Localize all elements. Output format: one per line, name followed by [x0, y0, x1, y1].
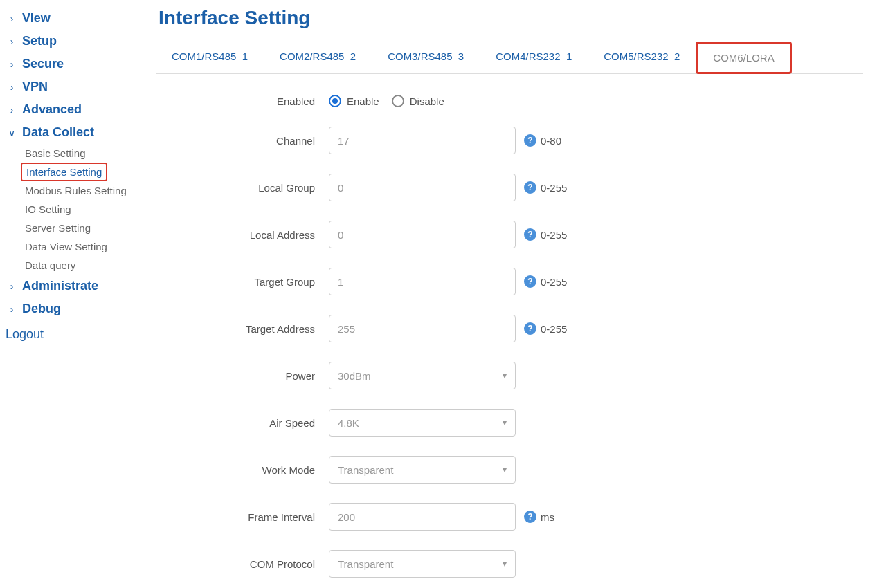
label-com-protocol: COM Protocol: [197, 558, 329, 570]
hint-target-address: 0-255: [541, 323, 567, 335]
input-local-address[interactable]: [329, 221, 516, 248]
label-target-address: Target Address: [197, 323, 329, 335]
nav-label: Debug: [22, 302, 61, 316]
help-icon[interactable]: ?: [524, 322, 536, 335]
select-value: Transparent: [338, 464, 393, 476]
tab-com1[interactable]: COM1/RS485_1: [156, 42, 264, 73]
subnav-io-setting[interactable]: IO Setting: [25, 200, 156, 219]
chevron-right-icon: ›: [6, 13, 18, 24]
interface-tabs: COM1/RS485_1 COM2/RS485_2 COM3/RS485_3 C…: [156, 42, 863, 74]
select-value: Transparent: [338, 558, 393, 570]
nav-label: Data Collect: [22, 125, 94, 140]
hint-target-group: 0-255: [541, 276, 567, 288]
subnav-interface-setting[interactable]: Interface Setting: [21, 163, 107, 181]
select-air-speed[interactable]: 4.8K▾: [329, 409, 516, 437]
label-channel: Channel: [197, 135, 329, 147]
chevron-right-icon: ›: [6, 59, 18, 70]
label-target-group: Target Group: [197, 276, 329, 288]
tab-com3[interactable]: COM3/RS485_3: [372, 42, 480, 73]
nav-label: Setup: [22, 34, 57, 48]
logout-link[interactable]: Logout: [6, 320, 156, 342]
nav-label: Secure: [22, 57, 64, 71]
hint-local-group: 0-255: [541, 182, 567, 194]
tab-com5[interactable]: COM5/RS232_2: [588, 42, 696, 73]
help-icon[interactable]: ?: [524, 511, 536, 523]
sidebar: ›View ›Setup ›Secure ›VPN ›Advanced ∨Dat…: [0, 0, 156, 588]
hint-local-address: 0-255: [541, 229, 567, 241]
help-icon[interactable]: ?: [524, 134, 536, 147]
input-frame-interval[interactable]: [329, 503, 516, 531]
nav-vpn[interactable]: ›VPN: [6, 75, 156, 98]
chevron-down-icon: ∨: [6, 127, 18, 138]
input-local-group[interactable]: [329, 174, 516, 201]
radio-icon: [392, 95, 404, 107]
subnav-server-setting[interactable]: Server Setting: [25, 219, 156, 237]
select-value: 30dBm: [338, 370, 371, 382]
label-work-mode: Work Mode: [197, 464, 329, 476]
nav-debug[interactable]: ›Debug: [6, 297, 156, 320]
label-air-speed: Air Speed: [197, 417, 329, 429]
label-local-group: Local Group: [197, 182, 329, 194]
radio-enable[interactable]: Enable: [329, 95, 379, 107]
nav-data-collect-children: Basic Setting Interface Setting Modbus R…: [6, 144, 156, 275]
chevron-right-icon: ›: [6, 304, 18, 315]
nav-secure[interactable]: ›Secure: [6, 53, 156, 75]
chevron-down-icon: ▾: [503, 465, 507, 475]
chevron-right-icon: ›: [6, 104, 18, 116]
chevron-down-icon: ▾: [503, 418, 507, 428]
subnav-modbus-rules-setting[interactable]: Modbus Rules Setting: [25, 181, 156, 200]
nav-label: Administrate: [22, 279, 98, 293]
select-power[interactable]: 30dBm▾: [329, 362, 516, 389]
radio-icon: [329, 95, 341, 107]
chevron-down-icon: ▾: [503, 371, 507, 380]
tab-com6[interactable]: COM6/LORA: [696, 42, 791, 74]
subnav-basic-setting[interactable]: Basic Setting: [25, 144, 156, 163]
chevron-right-icon: ›: [6, 281, 18, 292]
nav-view[interactable]: ›View: [6, 7, 156, 30]
label-local-address: Local Address: [197, 229, 329, 241]
subnav-data-view-setting[interactable]: Data View Setting: [25, 237, 156, 256]
nav-data-collect[interactable]: ∨Data Collect: [6, 121, 156, 144]
tab-com4[interactable]: COM4/RS232_1: [480, 42, 588, 73]
input-target-address[interactable]: [329, 315, 516, 342]
chevron-right-icon: ›: [6, 36, 18, 47]
hint-channel: 0-80: [541, 135, 561, 147]
page-title: Interface Setting: [156, 7, 863, 29]
radio-label: Enable: [347, 95, 379, 107]
help-icon[interactable]: ?: [524, 228, 536, 241]
nav-label: Advanced: [22, 102, 82, 117]
chevron-right-icon: ›: [6, 82, 18, 93]
hint-frame-interval: ms: [541, 511, 554, 523]
nav-advanced[interactable]: ›Advanced: [6, 98, 156, 121]
label-frame-interval: Frame Interval: [197, 511, 329, 523]
radio-label: Disable: [410, 95, 444, 107]
tab-com2[interactable]: COM2/RS485_2: [264, 42, 372, 73]
select-com-protocol[interactable]: Transparent▾: [329, 550, 516, 578]
nav-label: View: [22, 11, 51, 26]
label-power: Power: [197, 370, 329, 382]
nav-label: VPN: [22, 80, 48, 94]
select-value: 4.8K: [338, 417, 359, 429]
input-channel[interactable]: [329, 127, 516, 154]
input-target-group[interactable]: [329, 268, 516, 295]
help-icon[interactable]: ?: [524, 275, 536, 288]
radio-disable[interactable]: Disable: [392, 95, 444, 107]
subnav-data-query[interactable]: Data query: [25, 256, 156, 275]
nav-setup[interactable]: ›Setup: [6, 30, 156, 53]
settings-form: Enabled Enable Disable Channel ?0-80 Loc…: [156, 95, 863, 588]
select-work-mode[interactable]: Transparent▾: [329, 456, 516, 484]
label-enabled: Enabled: [197, 95, 329, 107]
help-icon[interactable]: ?: [524, 181, 536, 194]
chevron-down-icon: ▾: [503, 559, 507, 569]
enabled-radio-group: Enable Disable: [329, 95, 444, 107]
main-content: Interface Setting COM1/RS485_1 COM2/RS48…: [156, 0, 877, 588]
nav-administrate[interactable]: ›Administrate: [6, 275, 156, 297]
